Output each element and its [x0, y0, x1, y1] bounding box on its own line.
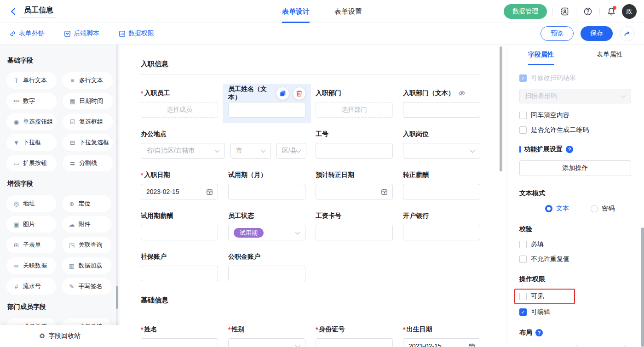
help-question-icon[interactable]: ? [535, 329, 543, 336]
form-field-onboard-date[interactable]: *入职日期2023-02-15 [141, 170, 218, 199]
date-input[interactable]: 2023-02-15 [141, 184, 218, 199]
no-duplicate-checkbox[interactable]: 不允许重复值 [519, 255, 631, 263]
text-input[interactable] [316, 225, 393, 240]
sidebar-item-single-line-text[interactable]: T单行文本 [6, 72, 57, 89]
tab-form-properties[interactable]: 表单属性 [575, 45, 644, 65]
avatar[interactable]: 政 [622, 4, 637, 19]
text-input[interactable] [141, 266, 218, 281]
add-action-button[interactable]: 添加操作 [519, 160, 631, 176]
top-tab-inactive[interactable]: 表单设置 [334, 0, 362, 23]
form-field-office-location[interactable]: 办公地点省/自治区/直辖市市区/县 [141, 129, 305, 159]
text-input[interactable] [141, 338, 218, 347]
field-width-select[interactable]: 1/4 [576, 345, 626, 347]
form-field-job-number[interactable]: 工号 [316, 129, 393, 159]
sidebar-item-linked-data[interactable]: ∞关联数据 [6, 257, 56, 274]
form-field-probation-months[interactable]: 试用期（月） [228, 170, 305, 199]
picker-input[interactable]: 选择部门 [316, 102, 393, 118]
text-input[interactable] [228, 102, 305, 118]
address-book-icon[interactable] [558, 6, 570, 17]
sidebar-item-location[interactable]: ⊕定位 [62, 195, 112, 212]
backend-script-link[interactable]: 后端脚本 [64, 29, 99, 38]
delete-field-button[interactable] [293, 87, 305, 100]
sidebar-item-datetime[interactable]: ▦日期时间 [63, 93, 113, 109]
picker-input[interactable]: 选择成员 [141, 102, 218, 118]
text-input[interactable] [316, 338, 393, 347]
radio-text[interactable]: 文本 [545, 205, 569, 213]
modify-scan-result-checkbox[interactable]: ✓ 可修改扫码结果 [519, 74, 631, 82]
form-field-onboard-employee[interactable]: *入职员工选择成员 [141, 88, 218, 118]
save-button[interactable]: 保存 [581, 26, 613, 41]
scan-type-select[interactable]: 扫描条形码 [519, 89, 631, 103]
form-field-housing-fund-account[interactable]: 公积金账户 [228, 252, 305, 281]
form-field-expected-regular-date[interactable]: 预计转正日期 [316, 170, 393, 199]
canvas-scrollbar-thumb[interactable] [500, 46, 502, 171]
form-field-employee-name-text[interactable]: 员工姓名（文本） [223, 84, 311, 123]
text-input[interactable] [316, 143, 393, 159]
sidebar-item-image[interactable]: ▣图片 [6, 216, 56, 233]
panel-scrollbar-thumb[interactable] [641, 228, 644, 347]
copy-field-button[interactable] [276, 87, 289, 100]
form-field-birth-date[interactable]: *出生日期2023-02-15 [403, 324, 480, 347]
form-field-name[interactable]: *姓名 [141, 324, 218, 347]
help-icon[interactable] [582, 6, 594, 17]
help-question-icon[interactable]: ? [566, 146, 573, 153]
text-input[interactable] [228, 184, 305, 199]
top-tab-active[interactable]: 表单设计 [282, 0, 310, 23]
preview-button[interactable]: 预览 [540, 26, 574, 41]
visible-checkbox[interactable]: 可见 [519, 292, 570, 301]
text-input[interactable] [403, 225, 480, 240]
radio-password[interactable]: 密码 [591, 205, 615, 213]
sidebar-item-handwritten-signature[interactable]: ✎手写签名 [62, 278, 112, 295]
text-input[interactable] [228, 266, 305, 281]
sidebar-item-data-load[interactable]: ▥数据加载 [62, 257, 112, 274]
form-field-onboard-department-text[interactable]: 入职部门（文本） [403, 88, 480, 118]
sidebar-item-divider-line[interactable]: 〓分割线 [63, 155, 113, 171]
form-field-gender[interactable]: *性别 [228, 324, 305, 347]
form-field-regular-salary[interactable]: 转正薪酬 [403, 170, 480, 199]
sidebar-item-subform[interactable]: ⊞子表单 [6, 237, 56, 253]
form-field-employee-status[interactable]: 员工状态试用期 [228, 211, 305, 240]
sidebar-item-address[interactable]: ◎地址 [6, 195, 56, 212]
sidebar-item-radio-group[interactable]: ◉单选按钮组 [6, 114, 57, 130]
required-checkbox[interactable]: 必填 [519, 240, 631, 249]
form-field-bank-of-account[interactable]: 开户银行 [403, 211, 480, 240]
text-input[interactable] [403, 102, 480, 118]
form-field-salary-card-number[interactable]: 工资卡号 [316, 211, 393, 240]
sidebar-item-multi-dropdown[interactable]: ⊟下拉复选框 [63, 134, 113, 151]
sidebar-item-checkbox-group[interactable]: ☑复选框组 [63, 114, 113, 130]
sidebar-item-dropdown[interactable]: ▼下拉框 [6, 134, 57, 151]
select-input[interactable] [403, 143, 480, 159]
form-external-link[interactable]: 表单外链 [9, 29, 45, 38]
editable-checkbox[interactable]: ✓ 可编辑 [519, 308, 631, 316]
text-input[interactable] [141, 225, 218, 240]
sidebar-item-extend-button[interactable]: ▭扩展按钮 [6, 155, 57, 171]
sidebar-item-attachment[interactable]: ☁附件 [62, 216, 112, 233]
sidebar-item-number[interactable]: 123数字 [6, 93, 57, 109]
share-button[interactable] [620, 26, 635, 41]
form-field-probation-salary[interactable]: 试用期薪酬 [141, 211, 218, 240]
date-input[interactable]: 2023-02-15 [403, 338, 480, 347]
form-field-social-security-account[interactable]: 社保账户 [141, 252, 218, 281]
address-select-2[interactable]: 区/县 [276, 143, 306, 159]
sidebar-item-multi-line-text[interactable]: ≡多行文本 [63, 72, 113, 89]
data-manage-button[interactable]: 数据管理 [504, 4, 547, 19]
address-select-0[interactable]: 省/自治区/直辖市 [141, 143, 225, 159]
tab-field-properties[interactable]: 字段属性 [506, 45, 575, 65]
field-recycle-bin[interactable]: ♻ 字段回收站 [0, 325, 120, 347]
clear-on-enter-checkbox[interactable]: 回车清空内容 [519, 111, 631, 119]
form-field-onboard-position[interactable]: 入职岗位 [403, 129, 480, 159]
select-input[interactable] [228, 338, 305, 347]
text-input[interactable] [403, 184, 480, 199]
back-button[interactable] [7, 6, 19, 17]
sidebar-scrollbar-thumb[interactable] [116, 286, 118, 309]
address-select-1[interactable]: 市 [230, 143, 271, 159]
form-field-id-card-number[interactable]: *身份证号 [316, 324, 393, 347]
form-field-onboard-department[interactable]: 入职部门选择部门 [316, 88, 393, 118]
sidebar-item-linked-query[interactable]: ◳关联查询 [62, 237, 112, 253]
allow-qrcode-checkbox[interactable]: 是否允许生成二维码 [519, 126, 631, 134]
date-input[interactable] [316, 184, 393, 199]
select-input[interactable]: 试用期 [228, 225, 305, 240]
notification-bell-icon[interactable] [605, 6, 617, 17]
sidebar-item-serial-number[interactable]: #流水号 [6, 278, 56, 295]
data-permission-link[interactable]: 数据权限 [119, 29, 154, 38]
